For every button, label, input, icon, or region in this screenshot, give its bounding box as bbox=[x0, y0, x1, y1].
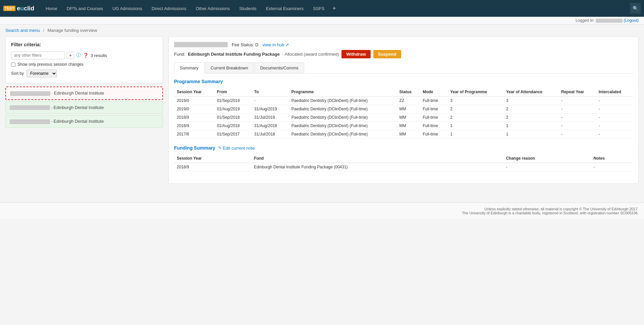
nav-item-students[interactable]: Students bbox=[234, 0, 261, 17]
fund-col-fund: Fund bbox=[251, 154, 503, 163]
breadcrumb: Search and menu / Manage funding overvie… bbox=[0, 24, 644, 36]
prog-col-session-year: Session Year bbox=[174, 88, 214, 97]
sort-row: Sort by ForenameSurnameStudent ID bbox=[11, 69, 157, 77]
filter-info-icon[interactable]: ⓘ bbox=[76, 52, 81, 58]
fund-status: · Allocated (award confirmed) bbox=[282, 52, 339, 57]
student-header: Fee Status: D view in hub ➚ bbox=[174, 42, 633, 47]
programme-row-0: 2019/001/Sep/2019-Paediatric Dentistry (… bbox=[174, 97, 633, 105]
tabs: SummaryCurrent BreakdownDocuments/Comms bbox=[174, 62, 633, 73]
footer-line1: Unless explicitly stated otherwise, all … bbox=[5, 207, 639, 211]
left-panel: Filter criteria: + ⓘ ❓ 3 results Show on… bbox=[5, 36, 163, 184]
withdraw-button[interactable]: Withdraw bbox=[341, 50, 370, 58]
nav-item-home[interactable]: Home bbox=[41, 0, 62, 17]
prog-col-intercalated: Intercalated bbox=[596, 88, 633, 97]
sort-select[interactable]: ForenameSurnameStudent ID bbox=[26, 69, 57, 77]
pencil-icon: ✎ bbox=[218, 146, 221, 150]
breadcrumb-separator: / bbox=[43, 28, 44, 33]
fee-status: Fee Status: D bbox=[232, 42, 259, 47]
programme-row-2: 2018/901/Sep/201831/Jul/2019Paediatric D… bbox=[174, 113, 633, 122]
edit-note-label: Edit current note bbox=[223, 146, 255, 151]
logo[interactable]: TEST euclid bbox=[3, 5, 34, 12]
prog-col-year-of-attendance: Year of Attendance bbox=[503, 88, 558, 97]
student-name-blurred-2 bbox=[10, 119, 50, 124]
filter-add-button[interactable]: + bbox=[67, 52, 74, 59]
fund-name: Edinburgh Dental Institute Funding Packa… bbox=[188, 52, 280, 57]
suspend-button[interactable]: Suspend bbox=[373, 50, 401, 58]
logged-in-label: Logged In: bbox=[576, 18, 595, 23]
results-count: 3 results bbox=[91, 53, 107, 58]
student-institute-1: Edinburgh Dental Institute bbox=[54, 105, 104, 110]
footer-line2: The University of Edinburgh is a charita… bbox=[5, 211, 639, 215]
prog-col-programme: Programme bbox=[289, 88, 397, 97]
logged-in-bar: Logged In: (Logout) bbox=[0, 17, 644, 24]
filter-title: Filter criteria: bbox=[11, 42, 157, 47]
fund-info: Fund: Edinburgh Dental Institute Funding… bbox=[174, 50, 633, 58]
sort-by-label: Sort by bbox=[11, 71, 24, 76]
top-navigation: TEST euclid HomeDPTs and CoursesUG Admis… bbox=[0, 0, 644, 17]
student-name-blurred-0 bbox=[10, 91, 50, 96]
nav-item-other-admissions[interactable]: Other Admissions bbox=[191, 0, 234, 17]
programme-row-3: 2018/901/Aug/201831/Aug/2018Paediatric D… bbox=[174, 122, 633, 130]
funding-summary-title: Funding Summary bbox=[174, 145, 215, 151]
tab-documents-comms[interactable]: Documents/Comms bbox=[255, 62, 304, 73]
student-institute-2: Edinburgh Dental Institute bbox=[54, 119, 104, 124]
nav-item-ssfs[interactable]: SSFS bbox=[308, 0, 329, 17]
nav-plus-button[interactable]: + bbox=[329, 5, 339, 12]
student-name-blurred-1 bbox=[10, 105, 50, 110]
show-prev-session-row: Show only previous session changes bbox=[11, 62, 157, 67]
student-list-item-1[interactable]: · Edinburgh Dental Institute bbox=[5, 101, 163, 114]
edit-note-link[interactable]: ✎ Edit current note bbox=[218, 146, 255, 151]
programme-row-4: 2017/801/Sep/201731/Jul/2018Paediatric D… bbox=[174, 130, 633, 139]
view-in-hub-link[interactable]: view in hub ➚ bbox=[263, 42, 289, 47]
fund-label: Fund: bbox=[174, 52, 185, 57]
tab-summary[interactable]: Summary bbox=[174, 62, 204, 73]
nav-items: HomeDPTs and CoursesUG AdmissionsDirect … bbox=[41, 0, 630, 17]
fund-col-change-reason: Change reason bbox=[503, 154, 591, 163]
main-container: Filter criteria: + ⓘ ❓ 3 results Show on… bbox=[0, 36, 644, 189]
right-panel: Fee Status: D view in hub ➚ Fund: Edinbu… bbox=[168, 36, 639, 184]
prog-col-status: Status bbox=[397, 88, 420, 97]
fund-col-session-year: Session Year bbox=[174, 154, 251, 163]
show-prev-session-label: Show only previous session changes bbox=[17, 62, 84, 67]
show-prev-session-checkbox[interactable] bbox=[11, 62, 15, 67]
programme-summary-title: Programme Summary bbox=[174, 79, 633, 84]
filter-input[interactable] bbox=[11, 51, 65, 59]
student-list: · Edinburgh Dental Institute · Edinburgh… bbox=[5, 87, 163, 128]
logout-link[interactable]: (Logout) bbox=[624, 18, 639, 23]
fund-col-notes: Notes bbox=[591, 154, 633, 163]
prog-col-from: From bbox=[214, 88, 252, 97]
programme-row-1: 2019/001/Aug/201931/Aug/2019Paediatric D… bbox=[174, 105, 633, 113]
student-institute-0: Edinburgh Dental Institute bbox=[54, 91, 104, 96]
student-list-item-2[interactable]: · Edinburgh Dental Institute bbox=[5, 115, 163, 128]
username bbox=[596, 19, 623, 23]
fee-status-label: Fee Status: bbox=[232, 42, 254, 47]
tab-current-breakdown[interactable]: Current Breakdown bbox=[205, 62, 254, 73]
prog-col-mode: Mode bbox=[420, 88, 447, 97]
filter-row: + ⓘ ❓ 3 results bbox=[11, 51, 157, 59]
logo-euclid: euclid bbox=[15, 5, 34, 12]
search-button[interactable]: 🔍 bbox=[630, 3, 641, 14]
filter-help-icon[interactable]: ❓ bbox=[83, 53, 89, 58]
fee-status-value: D bbox=[255, 42, 258, 47]
student-id bbox=[174, 42, 228, 47]
filter-box: Filter criteria: + ⓘ ❓ 3 results Show on… bbox=[5, 36, 163, 83]
nav-item-external-examiners[interactable]: External Examiners bbox=[261, 0, 309, 17]
nav-item-direct-admissions[interactable]: Direct Admissions bbox=[147, 0, 191, 17]
programme-summary-table: Session YearFromToProgrammeStatusModeYea… bbox=[174, 88, 633, 139]
funding-summary-table: Session YearFundChange reasonNotes2018/9… bbox=[174, 154, 633, 171]
prog-col-repeat-year: Repeat Year bbox=[558, 88, 596, 97]
footer: Unless explicitly stated otherwise, all … bbox=[0, 203, 644, 219]
nav-item-ug-admissions[interactable]: UG Admissions bbox=[108, 0, 147, 17]
funding-row-0: 2018/9Edinburgh Dental Institute Funding… bbox=[174, 163, 633, 171]
prog-col-to: To bbox=[252, 88, 289, 97]
student-list-item-0[interactable]: · Edinburgh Dental Institute bbox=[5, 87, 163, 100]
nav-item-dpts[interactable]: DPTs and Courses bbox=[62, 0, 108, 17]
logo-test: TEST bbox=[3, 6, 15, 11]
breadcrumb-home-link[interactable]: Search and menu bbox=[5, 28, 40, 33]
prog-col-year-of-programme: Year of Programme bbox=[447, 88, 503, 97]
breadcrumb-current: Manage funding overview bbox=[48, 28, 97, 33]
